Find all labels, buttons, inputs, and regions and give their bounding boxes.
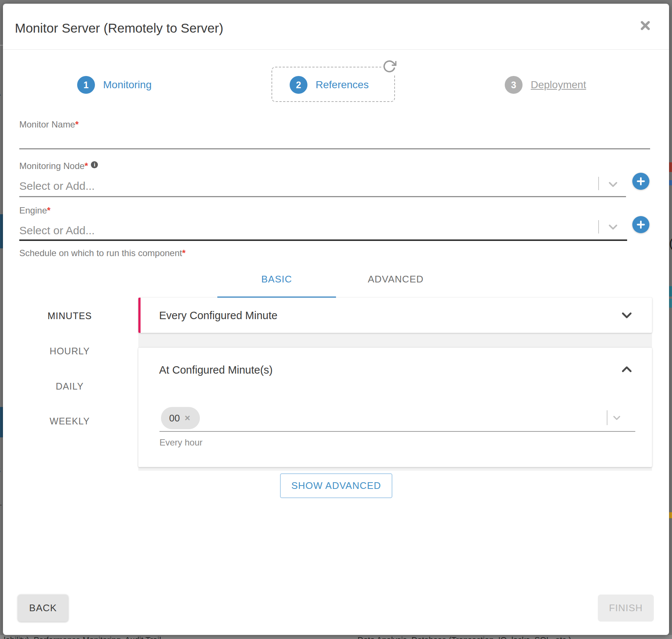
label-text: Monitor Name bbox=[19, 119, 75, 129]
monitor-name-underline bbox=[19, 148, 650, 149]
label-text: Monitoring Node bbox=[19, 161, 85, 171]
step-label: Deployment bbox=[531, 76, 586, 94]
step-number-badge: 1 bbox=[77, 76, 95, 94]
step-number-badge: 3 bbox=[505, 76, 523, 94]
background-fragment: 3 bbox=[0, 305, 3, 314]
background-fragment bbox=[0, 45, 3, 46]
background-fragment: ( bbox=[669, 236, 672, 252]
schedule-panel: Every Configured Minute At Configured Mi… bbox=[138, 298, 652, 471]
frequency-dropdown[interactable]: Every Configured Minute bbox=[138, 298, 652, 333]
minute-chip[interactable]: 00 bbox=[161, 407, 200, 429]
chevron-down-icon[interactable] bbox=[607, 178, 619, 190]
background-fragment bbox=[0, 214, 3, 248]
side-tab-minutes[interactable]: MINUTES bbox=[25, 311, 114, 321]
side-tab-weekly[interactable]: WEEKLY bbox=[25, 416, 114, 427]
required-asterisk: * bbox=[85, 161, 88, 171]
schedule-label: Schedule on which to run this component* bbox=[19, 248, 185, 258]
show-advanced-button[interactable]: SHOW ADVANCED bbox=[280, 473, 392, 498]
select-separator bbox=[598, 220, 599, 234]
frequency-dropdown-value: Every Configured Minute bbox=[159, 309, 277, 322]
background-page-text: Data Analysis, Database (Transaction, IO… bbox=[358, 635, 573, 639]
add-engine-button[interactable] bbox=[632, 216, 649, 233]
background-page-text: lability), Performance Monitoring, Audit… bbox=[4, 635, 163, 639]
label-text: Engine bbox=[19, 205, 47, 215]
remove-chip-icon[interactable] bbox=[184, 414, 192, 423]
minute-chip-value: 00 bbox=[169, 413, 180, 424]
tab-basic[interactable]: BASIC bbox=[217, 274, 336, 285]
label-text: Schedule on which to run this component bbox=[19, 248, 182, 258]
step-label: References bbox=[316, 76, 369, 94]
configured-minutes-title: At Configured Minute(s) bbox=[159, 364, 273, 376]
back-button[interactable]: BACK bbox=[18, 595, 68, 622]
monitoring-node-underline bbox=[19, 196, 626, 197]
required-asterisk: * bbox=[182, 248, 185, 258]
background-fragment: d. bbox=[0, 499, 3, 508]
plus-icon bbox=[636, 176, 646, 186]
side-tab-hourly[interactable]: HOURLY bbox=[25, 346, 114, 357]
chevron-up-icon[interactable] bbox=[620, 363, 633, 376]
background-fragment: S bbox=[0, 466, 3, 475]
minutes-helper-text: Every hour bbox=[159, 437, 202, 448]
background-fragment bbox=[0, 407, 3, 437]
required-asterisk: * bbox=[47, 205, 50, 215]
chevron-down-icon[interactable] bbox=[612, 413, 622, 423]
step-label: Monitoring bbox=[103, 76, 152, 94]
close-icon bbox=[639, 19, 652, 32]
refresh-icon bbox=[382, 59, 396, 73]
engine-underline-focused bbox=[19, 239, 627, 241]
refresh-button[interactable] bbox=[381, 59, 398, 75]
background-fragment bbox=[669, 180, 672, 185]
info-icon[interactable] bbox=[91, 161, 98, 168]
header-divider bbox=[3, 49, 669, 50]
chevron-down-icon[interactable] bbox=[607, 221, 619, 233]
monitor-name-label: Monitor Name* bbox=[19, 119, 79, 130]
background-fragment: o bbox=[0, 166, 3, 175]
chevron-down-icon[interactable] bbox=[620, 308, 633, 322]
engine-label: Engine* bbox=[19, 205, 50, 216]
engine-select-input[interactable] bbox=[19, 223, 590, 238]
screen: A o v c 3 a S d. ( lability), Performanc… bbox=[0, 0, 672, 639]
monitoring-node-label: Monitoring Node* bbox=[19, 161, 98, 171]
background-fragment: v bbox=[0, 177, 3, 186]
configured-minutes-card: At Configured Minute(s) 00 Every hour bbox=[138, 348, 652, 467]
monitor-server-dialog: Monitor Server (Remotely to Server) 1 Mo… bbox=[3, 4, 669, 635]
select-separator bbox=[598, 177, 599, 190]
selected-row-accent bbox=[138, 298, 141, 333]
minutes-input-underline bbox=[159, 431, 635, 432]
finish-button[interactable]: FINISH bbox=[598, 595, 654, 622]
background-fragment: A bbox=[0, 89, 3, 98]
background-fragment bbox=[669, 299, 672, 308]
plus-icon bbox=[636, 220, 646, 229]
background-fragment bbox=[669, 286, 672, 297]
close-button[interactable] bbox=[638, 19, 653, 33]
background-fragment bbox=[669, 512, 672, 518]
monitoring-node-select-input[interactable] bbox=[19, 179, 590, 193]
add-monitoring-node-button[interactable] bbox=[632, 173, 649, 190]
background-fragment bbox=[669, 162, 672, 172]
select-separator bbox=[607, 410, 607, 425]
background-fragment: a bbox=[0, 349, 3, 358]
tab-advanced[interactable]: ADVANCED bbox=[336, 274, 455, 285]
dialog-title: Monitor Server (Remotely to Server) bbox=[15, 21, 223, 36]
step-number-badge: 2 bbox=[290, 76, 307, 94]
required-asterisk: * bbox=[75, 119, 79, 129]
background-fragment: c bbox=[0, 188, 3, 197]
side-tab-daily[interactable]: DAILY bbox=[25, 381, 114, 392]
